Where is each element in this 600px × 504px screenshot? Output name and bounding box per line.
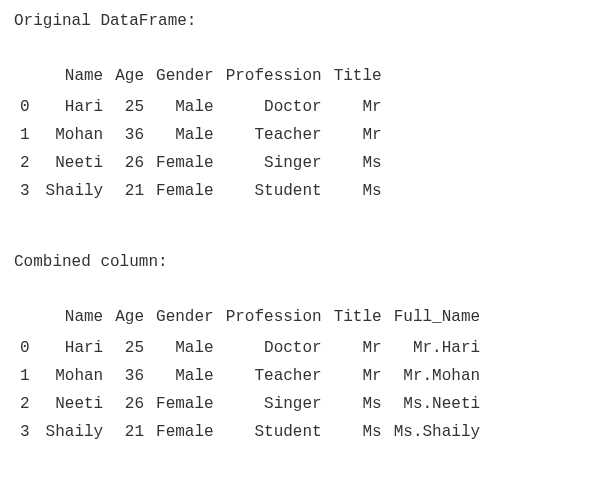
cell-index: 2 [14,390,40,418]
cell-index: 1 [14,121,40,149]
cell-profession: Student [220,418,328,446]
cell-profession: Teacher [220,362,328,390]
cell-title: Ms [328,390,388,418]
cell-profession: Singer [220,149,328,177]
cell-profession: Teacher [220,121,328,149]
col-gender: Gender [150,303,220,334]
original-dataframe-table: Name Age Gender Profession Title 0 Hari … [14,62,388,205]
cell-gender: Male [150,121,220,149]
cell-fullname: Ms.Neeti [388,390,486,418]
cell-profession: Singer [220,390,328,418]
cell-fullname: Mr.Hari [388,334,486,362]
table-row: 3 Shaily 21 Female Student Ms Ms.Shaily [14,418,486,446]
cell-name: Mohan [40,121,110,149]
col-fullname: Full_Name [388,303,486,334]
cell-gender: Female [150,177,220,205]
cell-profession: Student [220,177,328,205]
col-age: Age [109,62,150,93]
col-title: Title [328,62,388,93]
cell-age: 26 [109,149,150,177]
col-age: Age [109,303,150,334]
cell-title: Ms [328,177,388,205]
cell-title: Mr [328,362,388,390]
table-row: 0 Hari 25 Male Doctor Mr Mr.Hari [14,334,486,362]
cell-index: 3 [14,418,40,446]
cell-index: 1 [14,362,40,390]
section-title-combined: Combined column: [14,253,586,271]
table-header-row: Name Age Gender Profession Title [14,62,388,93]
cell-age: 21 [109,418,150,446]
section-title-original: Original DataFrame: [14,12,586,30]
col-name: Name [40,303,110,334]
cell-name: Neeti [40,149,110,177]
cell-age: 26 [109,390,150,418]
cell-age: 25 [109,93,150,121]
cell-profession: Doctor [220,93,328,121]
cell-name: Hari [40,93,110,121]
cell-fullname: Mr.Mohan [388,362,486,390]
col-gender: Gender [150,62,220,93]
col-profession: Profession [220,303,328,334]
table-row: 3 Shaily 21 Female Student Ms [14,177,388,205]
cell-age: 36 [109,362,150,390]
cell-index: 0 [14,334,40,362]
cell-index: 3 [14,177,40,205]
table-row: 1 Mohan 36 Male Teacher Mr [14,121,388,149]
cell-gender: Male [150,334,220,362]
cell-age: 21 [109,177,150,205]
cell-title: Ms [328,149,388,177]
cell-title: Mr [328,334,388,362]
cell-gender: Female [150,418,220,446]
table-header-row: Name Age Gender Profession Title Full_Na… [14,303,486,334]
cell-profession: Doctor [220,334,328,362]
cell-title: Mr [328,121,388,149]
cell-index: 2 [14,149,40,177]
table-row: 2 Neeti 26 Female Singer Ms Ms.Neeti [14,390,486,418]
table-row: 0 Hari 25 Male Doctor Mr [14,93,388,121]
cell-age: 25 [109,334,150,362]
cell-fullname: Ms.Shaily [388,418,486,446]
cell-name: Hari [40,334,110,362]
cell-name: Shaily [40,177,110,205]
cell-age: 36 [109,121,150,149]
cell-gender: Male [150,93,220,121]
cell-title: Ms [328,418,388,446]
cell-gender: Male [150,362,220,390]
cell-name: Mohan [40,362,110,390]
cell-name: Shaily [40,418,110,446]
col-profession: Profession [220,62,328,93]
col-name: Name [40,62,110,93]
cell-gender: Female [150,390,220,418]
col-title: Title [328,303,388,334]
col-index [14,62,40,93]
table-row: 2 Neeti 26 Female Singer Ms [14,149,388,177]
cell-gender: Female [150,149,220,177]
combined-dataframe-table: Name Age Gender Profession Title Full_Na… [14,303,486,446]
col-index [14,303,40,334]
cell-index: 0 [14,93,40,121]
table-row: 1 Mohan 36 Male Teacher Mr Mr.Mohan [14,362,486,390]
cell-name: Neeti [40,390,110,418]
cell-title: Mr [328,93,388,121]
